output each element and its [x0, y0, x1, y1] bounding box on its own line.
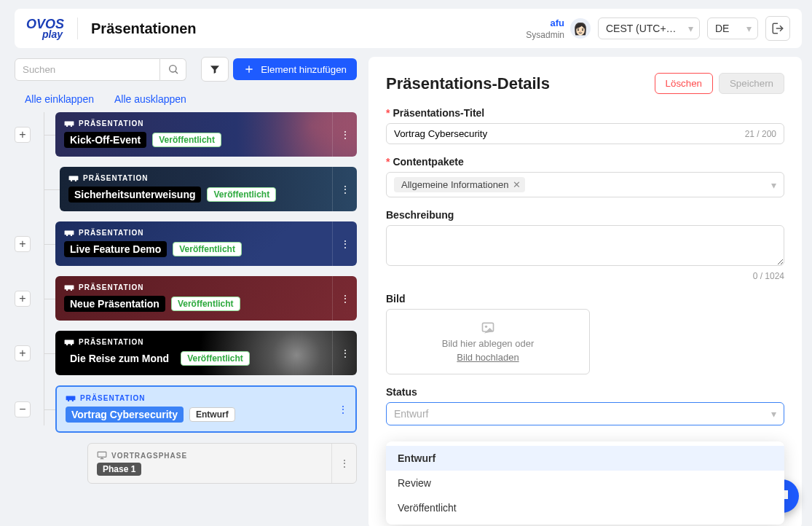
status-dropdown: Entwurf Review Veröffentlicht [386, 441, 784, 525]
tree-row: + PRÄSENTATION Live Feature Demo Veröffe… [15, 221, 357, 266]
delete-button[interactable]: Löschen [655, 73, 713, 94]
topbar: OVOS play Präsentationen afu Sysadmin 👩🏻… [15, 9, 802, 48]
presentation-icon [64, 284, 74, 291]
status-badge: Veröffentlicht [173, 242, 242, 256]
svg-rect-13 [65, 339, 74, 344]
tree-row: + PRÄSENTATION Die Reise zum Mond Veröff… [15, 331, 357, 375]
expand-toggle[interactable]: + [15, 291, 31, 307]
phase-row: VORTRAGSPHASE Phase 1 ⋮ [87, 443, 357, 484]
search-icon [167, 63, 179, 75]
status-badge: Veröffentlicht [171, 297, 240, 311]
status-select[interactable]: Entwurf ▾ [386, 402, 784, 425]
card-menu-button[interactable]: ⋮ [331, 444, 356, 483]
status-option[interactable]: Review [386, 471, 784, 495]
card-type-row: PRÄSENTATION [64, 338, 348, 346]
status-value: Entwurf [394, 408, 428, 420]
card-type-row: PRÄSENTATION [64, 119, 348, 127]
status-option[interactable]: Veröffentlicht [386, 495, 784, 520]
expand-toggle[interactable]: − [15, 401, 31, 417]
svg-rect-1 [65, 121, 74, 125]
presentation-card[interactable]: PRÄSENTATION Sicherheitsunterweisung Ver… [60, 167, 357, 211]
card-type-label: PRÄSENTATION [79, 229, 143, 237]
field-group-description: Beschreibung 0 / 1024 [386, 209, 784, 281]
tree-line [44, 112, 44, 425]
status-badge: Veröffentlicht [181, 351, 250, 366]
presentation-card[interactable]: PRÄSENTATION Neue Präsentation Veröffent… [55, 276, 357, 321]
add-element-button[interactable]: Element hinzufügen [233, 58, 357, 80]
status-option[interactable]: Entwurf [386, 446, 784, 471]
chevron-down-icon: ▾ [771, 408, 776, 420]
phase-card[interactable]: VORTRAGSPHASE Phase 1 ⋮ [87, 443, 357, 484]
language-select[interactable]: DE ▾ [707, 17, 758, 39]
tree-row: − PRÄSENTATION Vortrag Cybersecurity Ent… [15, 385, 357, 433]
presentation-card[interactable]: PRÄSENTATION Kick-Off-Event Veröffentlic… [55, 112, 357, 157]
panel-title: Präsentations-Details [386, 74, 550, 93]
tree-row: + PRÄSENTATION Kick-Off-Event Veröffentl… [15, 112, 357, 157]
card-type-label: PRÄSENTATION [79, 338, 143, 346]
card-menu-button[interactable]: ⋮ [332, 221, 357, 266]
card-type-row: PRÄSENTATION [64, 229, 348, 237]
card-menu-button[interactable]: ⋮ [332, 167, 357, 211]
field-group-status: Status Entwurf ▾ [386, 386, 784, 425]
add-element-label: Element hinzufügen [261, 64, 347, 75]
field-label: *Präsentations-Titel [386, 107, 784, 119]
search-input[interactable] [15, 58, 160, 81]
card-title: Kick-Off-Event [64, 132, 146, 148]
field-group-packages: *Contentpakete Allgemeine Informationen … [386, 156, 784, 197]
field-label: Bild [386, 293, 784, 305]
card-menu-button[interactable]: ⋮ [332, 112, 357, 157]
card-title-row: Sicherheitsunterweisung Veröffentlicht [68, 187, 348, 203]
card-type-row: PRÄSENTATION [64, 283, 348, 291]
packages-select[interactable]: Allgemeine Informationen ✕ ▾ [386, 172, 784, 197]
search-button[interactable] [160, 58, 186, 81]
page-title: Präsentationen [91, 20, 196, 37]
topbar-right: afu Sysadmin 👩🏻 CEST (UTC+0... ▾ DE ▾ [526, 16, 790, 41]
card-title-row: Live Feature Demo Veröffentlicht [64, 241, 348, 257]
image-uploader[interactable]: Bild hier ablegen oder Bild hochladen [386, 309, 590, 374]
description-textarea[interactable] [386, 225, 784, 266]
presentation-card-selected[interactable]: PRÄSENTATION Vortrag Cybersecurity Entwu… [55, 385, 357, 433]
presentation-icon [64, 229, 74, 237]
phase-type-row: VORTRAGSPHASE [97, 451, 347, 460]
field-group-title: *Präsentations-Titel 21 / 200 [386, 107, 784, 144]
card-menu-button[interactable]: ⋮ [332, 331, 357, 375]
save-button[interactable]: Speichern [719, 73, 784, 94]
exit-button[interactable] [765, 16, 790, 41]
panel-header: Präsentations-Details Löschen Speichern [386, 73, 784, 94]
collapse-all-link[interactable]: Alle einklappen [25, 93, 94, 105]
timezone-select[interactable]: CEST (UTC+0... ▾ [598, 17, 700, 39]
topbar-left: OVOS play Präsentationen [26, 17, 197, 39]
chevron-down-icon: ▾ [688, 23, 693, 34]
image-upload-link[interactable]: Bild hochladen [457, 352, 519, 363]
card-type-label: PRÄSENTATION [79, 119, 143, 127]
presentation-card[interactable]: PRÄSENTATION Die Reise zum Mond Veröffen… [55, 331, 357, 375]
card-menu-button[interactable]: ⋮ [331, 387, 355, 431]
phase-title: Phase 1 [97, 463, 141, 476]
status-badge: Veröffentlicht [152, 133, 221, 147]
language-value: DE [715, 23, 729, 34]
filter-button[interactable] [201, 57, 229, 82]
user-role: Sysadmin [526, 30, 564, 40]
presentation-card[interactable]: PRÄSENTATION Live Feature Demo Veröffent… [55, 221, 357, 266]
expand-toggle[interactable]: + [15, 345, 31, 361]
svg-point-17 [68, 399, 69, 401]
expand-all-link[interactable]: Alle ausklappen [114, 93, 186, 105]
title-input[interactable] [394, 128, 745, 139]
svg-point-5 [71, 179, 72, 181]
tree-row: PRÄSENTATION Sicherheitsunterweisung Ver… [15, 167, 357, 211]
svg-rect-10 [65, 285, 74, 289]
close-icon[interactable]: ✕ [513, 179, 521, 190]
card-title: Neue Präsentation [64, 296, 165, 312]
presentation-icon [64, 339, 74, 346]
expand-toggle[interactable]: + [15, 127, 31, 143]
expand-toggle[interactable]: + [15, 236, 31, 252]
divider [77, 17, 78, 39]
user-block[interactable]: afu Sysadmin 👩🏻 [526, 17, 591, 40]
card-menu-button[interactable]: ⋮ [332, 276, 357, 321]
title-input-row: 21 / 200 [386, 123, 784, 144]
filter-icon [209, 63, 221, 75]
svg-point-11 [66, 288, 68, 290]
presentation-icon [64, 120, 74, 127]
package-tag-label: Allgemeine Informationen [401, 179, 508, 190]
field-label: *Contentpakete [386, 156, 784, 168]
